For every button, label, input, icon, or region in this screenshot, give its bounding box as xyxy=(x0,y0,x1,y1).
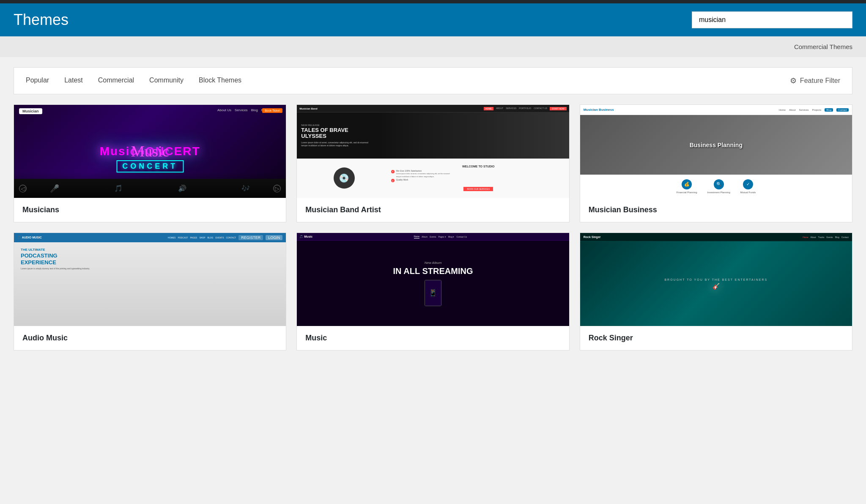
preview-image: Musician Business Home About Services Pr… xyxy=(580,105,852,198)
tab-popular[interactable]: Popular xyxy=(26,77,49,85)
theme-name-streaming: Music xyxy=(297,326,569,350)
theme-card-music-streaming[interactable]: 🎵 Music Home Album Events Pages ▾ Blog ▾… xyxy=(296,233,569,351)
theme-card-business[interactable]: Musician Business Home About Services Pr… xyxy=(580,104,852,222)
preview-image: Musician About Us Services Blog Page Boo… xyxy=(14,105,286,198)
financial-label: Financial Planning xyxy=(676,191,697,194)
themes-grid: Musician About Us Services Blog Page Boo… xyxy=(0,94,866,364)
mutual-icon: ✓ xyxy=(743,179,753,189)
commercial-themes-link[interactable]: Commercial Themes xyxy=(794,43,852,50)
theme-name-musicians: Musicians xyxy=(14,198,286,222)
mutual-label: Mutual Funds xyxy=(740,191,756,194)
theme-preview-band-artist: Musician Band HOME ABOUT SERVICES PORTFO… xyxy=(297,105,569,198)
biz-icon-mutual: ✓ Mutual Funds xyxy=(740,179,756,194)
biz-hero: Business Planning xyxy=(580,115,852,175)
theme-preview-rock-singer: Rock Singer Home About Tracks Events Blo… xyxy=(580,233,852,326)
biz-nav: Musician Business Home About Services Pr… xyxy=(580,105,852,115)
theme-card-rock-singer[interactable]: Rock Singer Home About Tracks Events Blo… xyxy=(580,233,852,351)
feature-filter-label: Feature Filter xyxy=(800,77,840,85)
search-input[interactable] xyxy=(692,11,852,28)
tab-community[interactable]: Community xyxy=(149,77,184,85)
tab-latest[interactable]: Latest xyxy=(64,77,83,85)
wp-admin-bar xyxy=(0,0,866,3)
investment-icon: 🔍 xyxy=(714,179,724,189)
tab-block-themes[interactable]: Block Themes xyxy=(199,77,241,85)
biz-icon-investment: 🔍 Investment Planning xyxy=(707,179,730,194)
theme-preview-musicians: Musician About Us Services Blog Page Boo… xyxy=(14,105,286,198)
filter-nav: Popular Latest Commercial Community Bloc… xyxy=(14,67,852,94)
tab-commercial[interactable]: Commercial xyxy=(98,77,134,85)
filter-tabs: Popular Latest Commercial Community Bloc… xyxy=(26,77,241,85)
theme-name-rock-singer: Rock Singer xyxy=(580,326,852,350)
feature-filter-button[interactable]: ⚙ Feature Filter xyxy=(790,76,840,85)
theme-name-band-artist: Musician Band Artist xyxy=(297,198,569,222)
investment-label: Investment Planning xyxy=(707,191,730,194)
commercial-themes-bar: Commercial Themes xyxy=(0,36,866,57)
biz-icon-financial: 💰 Financial Planning xyxy=(676,179,697,194)
theme-preview-streaming: 🎵 Music Home Album Events Pages ▾ Blog ▾… xyxy=(297,233,569,326)
header: Themes xyxy=(0,3,866,36)
gear-icon: ⚙ xyxy=(790,76,797,85)
theme-preview-podcast: 🎵 AUDIO MUSIC HOMES PODCAST PAGES SHOP B… xyxy=(14,233,286,326)
theme-card-podcast[interactable]: 🎵 AUDIO MUSIC HOMES PODCAST PAGES SHOP B… xyxy=(14,233,286,351)
theme-card-musicians[interactable]: Musician About Us Services Blog Page Boo… xyxy=(14,104,286,222)
theme-name-business: Musician Business xyxy=(580,198,852,222)
theme-name-podcast: Audio Music xyxy=(14,326,286,350)
search-container xyxy=(692,11,852,28)
financial-icon: 💰 xyxy=(682,179,692,189)
theme-card-band-artist[interactable]: Musician Band HOME ABOUT SERVICES PORTFO… xyxy=(296,104,569,222)
theme-preview-business: Musician Business Home About Services Pr… xyxy=(580,105,852,198)
page-title: Themes xyxy=(14,11,69,29)
biz-icons: 💰 Financial Planning 🔍 Investment Planni… xyxy=(580,175,852,198)
